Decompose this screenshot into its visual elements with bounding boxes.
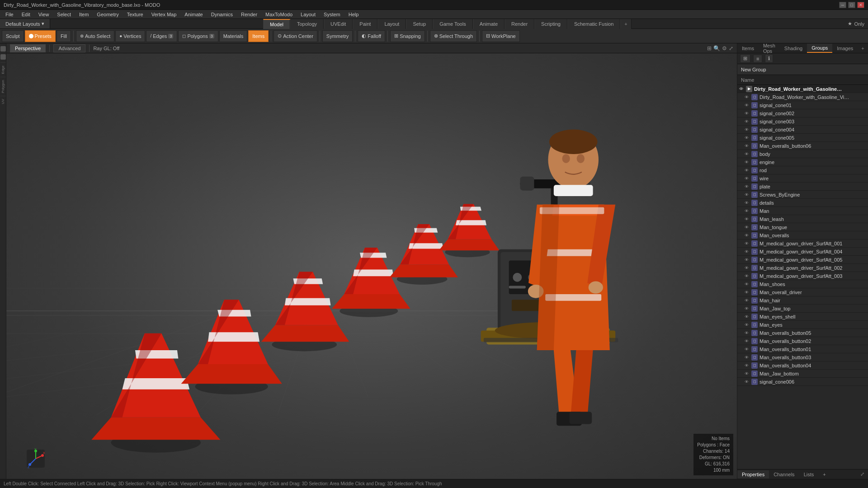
item-visibility-icon[interactable]: 👁 bbox=[745, 371, 750, 376]
list-item[interactable]: 👁◻Screws_ByEngine bbox=[737, 191, 868, 199]
menu-edit[interactable]: Edit bbox=[18, 11, 34, 18]
fill-button[interactable]: Fill bbox=[57, 30, 71, 42]
list-item[interactable]: 👁◻Dirty_Road_Worker_with_Gasoline_Vibrat… bbox=[737, 93, 868, 101]
menu-render[interactable]: Render bbox=[237, 11, 261, 18]
item-visibility-icon[interactable]: 👁 bbox=[745, 380, 750, 384]
list-item[interactable]: 👁◻Man_tongue bbox=[737, 223, 868, 231]
workplane-button[interactable]: ⊟ WorkPlane bbox=[482, 30, 520, 42]
list-item[interactable]: 👁◻body bbox=[737, 150, 868, 158]
tab-render[interactable]: Render bbox=[505, 19, 534, 29]
menu-geometry[interactable]: Geometry bbox=[93, 11, 122, 18]
item-visibility-icon[interactable]: 👁 bbox=[745, 363, 750, 368]
item-visibility-icon[interactable]: 👁 bbox=[745, 306, 750, 311]
list-item[interactable]: 👁◻details bbox=[737, 199, 868, 207]
menu-system[interactable]: System bbox=[320, 11, 344, 18]
list-item[interactable]: 👁▶Dirty_Road_Worker_with_Gasoline_Vibrat… bbox=[737, 85, 868, 93]
list-item[interactable]: 👁◻Man_overalls bbox=[737, 231, 868, 239]
item-visibility-icon[interactable]: 👁 bbox=[745, 103, 750, 108]
list-item[interactable]: 👁◻signal_cone004 bbox=[737, 126, 868, 134]
symmetry-button[interactable]: Symmetry bbox=[322, 30, 353, 42]
viewport-canvas[interactable]: No Items Polygons : Face Channels: 14 De… bbox=[6, 53, 737, 479]
rpb-expand-icon[interactable]: ⤢ bbox=[857, 470, 868, 479]
vp-icon-settings[interactable]: ⚙ bbox=[722, 45, 727, 52]
vp-tab-advanced[interactable]: Advanced bbox=[53, 44, 85, 52]
item-visibility-icon[interactable]: 👁 bbox=[745, 152, 750, 156]
list-item[interactable]: 👁◻signal_cone006 bbox=[737, 378, 868, 386]
item-visibility-icon[interactable]: 👁 bbox=[745, 258, 750, 262]
left-tool-1[interactable] bbox=[0, 46, 6, 52]
minimize-button[interactable]: ─ bbox=[839, 2, 846, 8]
rp-tab-groups[interactable]: Groups bbox=[807, 44, 832, 53]
item-visibility-icon[interactable]: 👁 bbox=[745, 266, 750, 270]
item-visibility-icon[interactable]: 👁 bbox=[745, 201, 750, 205]
list-item[interactable]: 👁◻Man_overall_driver bbox=[737, 288, 868, 296]
tab-setup[interactable]: Setup bbox=[406, 19, 433, 29]
item-visibility-icon[interactable]: 👁 bbox=[745, 184, 750, 189]
sculpt-button[interactable]: Sculpt bbox=[2, 30, 24, 42]
list-item[interactable]: 👁◻M_medical_gown_driver_SurfAtt_005 bbox=[737, 256, 868, 264]
list-item[interactable]: 👁◻Man_overalls_button06 bbox=[737, 142, 868, 150]
tab-uvedit[interactable]: UVEdit bbox=[324, 19, 353, 29]
item-visibility-icon[interactable]: 👁 bbox=[739, 87, 745, 91]
item-visibility-icon[interactable]: 👁 bbox=[745, 233, 750, 238]
auto-select-button[interactable]: ⊕ Auto Select bbox=[76, 30, 114, 42]
items-list[interactable]: 👁▶Dirty_Road_Worker_with_Gasoline_Vibrat… bbox=[737, 85, 868, 469]
menu-select[interactable]: Select bbox=[53, 11, 75, 18]
item-visibility-icon[interactable]: 👁 bbox=[745, 217, 750, 221]
item-visibility-icon[interactable]: 👁 bbox=[745, 290, 750, 295]
vp-icon-fullscreen[interactable]: ⤢ bbox=[729, 45, 733, 52]
item-visibility-icon[interactable]: 👁 bbox=[745, 111, 750, 116]
action-center-button[interactable]: ⊙ Action Center bbox=[274, 30, 317, 42]
item-visibility-icon[interactable]: 👁 bbox=[745, 298, 750, 303]
rpb-tab-add[interactable]: + bbox=[818, 470, 830, 479]
list-item[interactable]: 👁◻Man_eyes_shell bbox=[737, 313, 868, 321]
new-group-row[interactable]: New Group bbox=[737, 64, 868, 75]
tab-model[interactable]: Model bbox=[263, 19, 290, 29]
list-item[interactable]: 👁◻Man_hair bbox=[737, 296, 868, 305]
list-item[interactable]: 👁◻signal_cone005 bbox=[737, 134, 868, 142]
menu-file[interactable]: File bbox=[2, 11, 17, 18]
item-visibility-icon[interactable]: 👁 bbox=[745, 241, 750, 246]
edges-button[interactable]: / Edges 3 bbox=[146, 30, 177, 42]
rp-tab-items[interactable]: Items bbox=[737, 44, 759, 52]
tab-topology[interactable]: Topology bbox=[290, 19, 324, 29]
list-item[interactable]: 👁◻Man_eyes bbox=[737, 321, 868, 329]
tab-add[interactable]: + bbox=[620, 19, 631, 29]
item-visibility-icon[interactable]: 👁 bbox=[745, 127, 750, 132]
items-button[interactable]: Items bbox=[248, 30, 269, 42]
item-visibility-icon[interactable]: 👁 bbox=[745, 339, 750, 343]
tab-game-tools[interactable]: Game Tools bbox=[433, 19, 473, 29]
presets-button[interactable]: Presets bbox=[25, 30, 56, 42]
list-item[interactable]: 👁◻Man_shoes bbox=[737, 280, 868, 288]
menu-layout[interactable]: Layout bbox=[297, 11, 319, 18]
menu-view[interactable]: View bbox=[35, 11, 53, 18]
item-visibility-icon[interactable]: 👁 bbox=[745, 274, 750, 278]
item-visibility-icon[interactable]: 👁 bbox=[745, 95, 750, 99]
tab-schematic-fusion[interactable]: Schematic Fusion bbox=[567, 19, 620, 29]
item-visibility-icon[interactable]: 👁 bbox=[745, 209, 750, 213]
menu-item[interactable]: Item bbox=[75, 11, 92, 18]
item-visibility-icon[interactable]: 👁 bbox=[745, 347, 750, 352]
list-item[interactable]: 👁◻signal_cone01 bbox=[737, 101, 868, 109]
vp-icon-grid[interactable]: ⊞ bbox=[707, 45, 712, 52]
item-visibility-icon[interactable]: 👁 bbox=[745, 323, 750, 327]
rp-tab-add[interactable]: + bbox=[858, 44, 868, 52]
list-item[interactable]: 👁◻Man bbox=[737, 207, 868, 215]
list-item[interactable]: 👁◻Man_Jaw_top bbox=[737, 305, 868, 313]
item-visibility-icon[interactable]: 👁 bbox=[745, 331, 750, 335]
default-layouts-dropdown[interactable]: Default Layouts ▾ bbox=[0, 19, 50, 28]
vp-icon-search[interactable]: 🔍 bbox=[713, 45, 720, 52]
rp-tab-mesh-ops[interactable]: Mesh Ops bbox=[759, 42, 780, 55]
menu-animate[interactable]: Animate bbox=[181, 11, 206, 18]
falloff-button[interactable]: ◐ Falloff bbox=[358, 30, 385, 42]
list-item[interactable]: 👁◻Man_leash bbox=[737, 215, 868, 223]
list-item[interactable]: 👁◻Man_overalls_button01 bbox=[737, 345, 868, 353]
item-visibility-icon[interactable]: 👁 bbox=[745, 136, 750, 140]
viewport[interactable]: Perspective Advanced Ray GL: Off ⊞ 🔍 ⚙ ⤢ bbox=[6, 43, 737, 479]
left-tool-2[interactable] bbox=[0, 54, 6, 60]
list-item[interactable]: 👁◻M_medical_gown_driver_SurfAtt_004 bbox=[737, 248, 868, 256]
select-through-button[interactable]: ⊗ Select Through bbox=[430, 30, 477, 42]
menu-help[interactable]: Help bbox=[345, 11, 363, 18]
list-item[interactable]: 👁◻M_medical_gown_driver_SurfAtt_001 bbox=[737, 239, 868, 248]
rp-view-btn-3[interactable]: ℹ bbox=[765, 54, 773, 63]
